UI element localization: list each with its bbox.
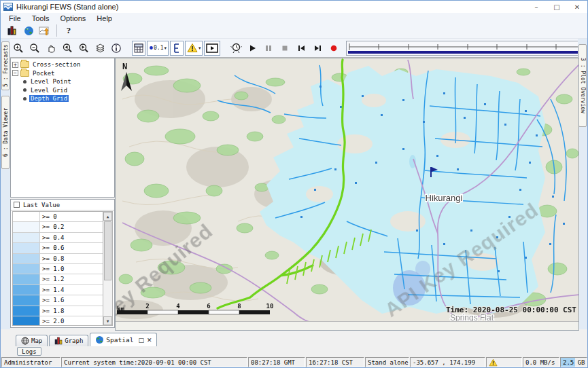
gauge-scale-button[interactable] (170, 41, 184, 56)
last-value-checkbox[interactable] (14, 202, 20, 208)
app-window: Hikurangi FEWS (Stand alone) – □ ✕ File … (0, 0, 588, 368)
maximize-button[interactable]: □ (547, 1, 567, 13)
folder-icon (20, 61, 29, 68)
play-button[interactable] (245, 41, 260, 56)
legend-scrollbar[interactable]: ▲ ▼ (103, 212, 112, 325)
pause-button[interactable] (261, 41, 276, 56)
minimize-button[interactable]: – (526, 1, 547, 13)
warning-dropdown[interactable]: ▾ (185, 41, 203, 56)
tree-node-pocket[interactable]: − Pocket (12, 69, 113, 78)
movie-export-button[interactable] (204, 41, 220, 56)
scroll-up-icon[interactable]: ▲ (103, 212, 112, 221)
zoom-in-icon (13, 43, 24, 54)
svg-text:N: N (122, 62, 127, 71)
right-dock-strip: 3 : Plot Overview (578, 39, 587, 329)
step-forward-icon (313, 43, 322, 53)
info-button[interactable] (109, 41, 124, 56)
bar-display-icon (7, 25, 18, 36)
svg-text:10: 10 (266, 303, 274, 310)
expand-icon[interactable]: + (12, 62, 18, 68)
tree-node-depth-grid[interactable]: Depth Grid (12, 94, 113, 103)
tab-close-icon[interactable]: ✕ (147, 337, 152, 344)
tab-spatial[interactable]: Spatial □ ✕ (90, 333, 157, 346)
legend-row: >= 0.4 (13, 233, 103, 243)
status-gmt-time: 08:27:18 GMT (248, 357, 305, 367)
tab-map[interactable]: Map (16, 335, 48, 346)
dock-tab-plot-overview[interactable]: 3 : Plot Overview (578, 44, 587, 127)
status-warning-cell (486, 357, 522, 367)
globe-icon (24, 26, 34, 36)
zoom-next-icon (78, 43, 89, 54)
collapse-icon[interactable]: − (12, 70, 18, 76)
timeseries-display-button[interactable] (37, 23, 52, 38)
scroll-down-icon[interactable]: ▼ (103, 316, 112, 325)
menu-options[interactable]: Options (54, 14, 91, 22)
svg-text:4: 4 (176, 303, 180, 310)
zoom-previous-button[interactable] (60, 41, 75, 56)
data-display-button[interactable] (5, 23, 20, 38)
info-icon (111, 43, 122, 54)
warning-icon (187, 43, 198, 53)
display-tabs: Map Graph Spatial □ ✕ (10, 332, 578, 346)
dock-tab-data-viewer[interactable]: 6 : Data Viewer (1, 96, 10, 169)
map-toolbar: 0.1 ▾ ▾ (10, 39, 578, 58)
map-tab-globe-icon (21, 337, 29, 345)
help-button[interactable]: ? (61, 23, 76, 38)
logs-button[interactable]: Logs (17, 347, 41, 356)
svg-text:6: 6 (207, 303, 210, 310)
interval-value: 0.1 (154, 45, 163, 51)
layers-button[interactable] (92, 41, 107, 56)
title-bar: Hikurangi FEWS (Stand alone) – □ ✕ (1, 1, 587, 13)
tree-node-level-grid[interactable]: Level Grid (12, 86, 113, 95)
legend-row: >= 0 (13, 212, 103, 222)
folder-icon (20, 70, 29, 77)
zoom-out-button[interactable] (27, 41, 42, 56)
map-time-label: Time: 2020-08-25 00:00:00 CST (446, 306, 576, 314)
zoom-previous-icon (62, 43, 73, 54)
tree-node-cross-section[interactable]: + Cross-section (12, 60, 113, 69)
time-slider-track (347, 42, 588, 54)
scroll-thumb[interactable] (104, 221, 111, 280)
tab-graph[interactable]: Graph (49, 335, 88, 346)
movie-player-icon (206, 43, 218, 53)
svg-text:2: 2 (145, 303, 149, 310)
menu-tools[interactable]: Tools (27, 14, 55, 22)
close-button[interactable]: ✕ (567, 1, 587, 13)
grid-toggle-button[interactable] (132, 41, 145, 56)
record-button[interactable] (326, 41, 341, 56)
map-footer-strip (116, 321, 578, 330)
pan-button[interactable] (44, 41, 58, 56)
step-forward-button[interactable] (310, 41, 325, 56)
time-slider[interactable] (346, 41, 588, 56)
step-back-icon (296, 43, 306, 53)
status-system-time: Current system time:2020-09-01 00:00 CST (61, 357, 247, 367)
dock-tab-forecasts[interactable]: 5 : Forecasts (1, 41, 10, 90)
main-toolbar: ? (1, 23, 587, 39)
interval-dropdown[interactable]: 0.1 ▾ (147, 41, 169, 56)
svg-text:8: 8 (237, 303, 241, 310)
map-display-button[interactable] (21, 23, 36, 38)
tab-maximize-icon[interactable]: □ (138, 337, 144, 344)
zoom-in-button[interactable] (11, 41, 26, 56)
window-title: Hikurangi FEWS (Stand alone) (16, 3, 118, 11)
stop-icon (280, 43, 290, 53)
graph-tab-bars-icon (54, 337, 63, 345)
animation-clock-icon (230, 42, 242, 54)
help-icon: ? (67, 25, 71, 36)
legend-row: >= 0.6 (13, 243, 103, 253)
map-canvas[interactable]: API Key Required API Key Required N km 2… (116, 58, 579, 322)
node-bullet-icon (23, 80, 27, 84)
menu-bar: File Tools Options Help (1, 13, 587, 23)
zoom-out-icon (29, 43, 40, 54)
stop-button[interactable] (277, 41, 292, 56)
menu-help[interactable]: Help (91, 14, 118, 22)
node-bullet-icon (23, 88, 27, 92)
status-warning-icon[interactable] (489, 358, 498, 367)
zoom-next-button[interactable] (76, 41, 91, 56)
menu-file[interactable]: File (3, 14, 27, 22)
tree-node-level-point[interactable]: Level Point (12, 77, 113, 86)
step-back-button[interactable] (294, 41, 309, 56)
animation-settings-button[interactable] (228, 41, 243, 56)
layers-icon (94, 43, 106, 54)
status-local-time: 16:27:18 CST (306, 357, 364, 367)
